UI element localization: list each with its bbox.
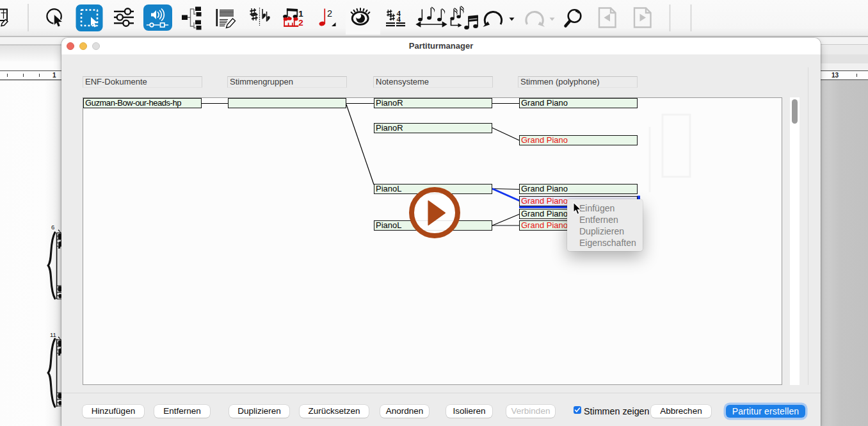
svg-text:2: 2 <box>327 8 332 19</box>
svg-text:1: 1 <box>298 9 303 19</box>
svg-text:11: 11 <box>50 331 56 338</box>
svg-text:2: 2 <box>298 18 303 28</box>
svg-text:4: 4 <box>397 14 401 24</box>
svg-text:6: 6 <box>51 224 54 231</box>
